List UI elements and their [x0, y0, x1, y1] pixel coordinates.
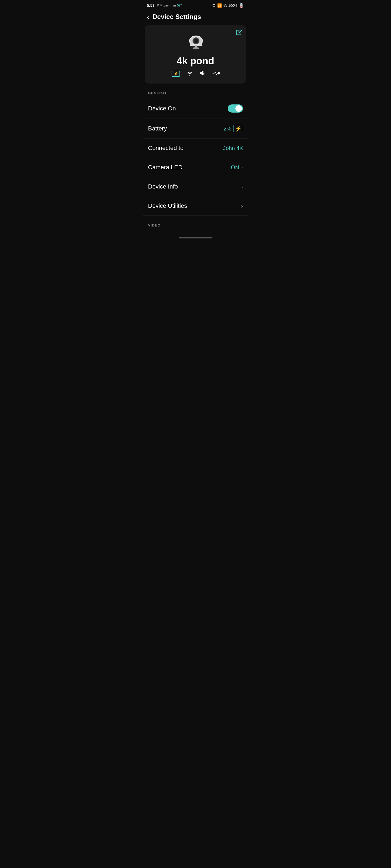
connected-to-label: Connected to — [148, 145, 184, 152]
device-info-chevron-icon: › — [241, 184, 243, 190]
device-on-right — [228, 104, 243, 113]
battery-icon: 🪫 — [239, 3, 244, 8]
status-time: 5:53 ✗ ⟳ pay m m 57° — [147, 3, 182, 8]
svg-text:arlo: arlo — [195, 45, 197, 46]
device-image: arlo — [182, 30, 209, 52]
motion-icon — [212, 70, 220, 77]
svg-line-13 — [215, 72, 216, 75]
connected-to-right: John 4K — [223, 145, 243, 151]
device-on-item[interactable]: Device On — [143, 98, 248, 119]
battery-charging-status-icon: ⚡ — [233, 125, 243, 132]
section-general-header: GENERAL — [143, 84, 248, 98]
device-utilities-label: Device Utilities — [148, 203, 187, 209]
back-button[interactable]: ‹ — [147, 13, 149, 20]
bluetooth-icon: ⯳ — [212, 3, 216, 8]
connected-to-value: John 4K — [223, 145, 243, 151]
battery-item: Battery 2% ⚡ — [143, 119, 248, 138]
signal-icon: ⅘ — [223, 3, 227, 8]
camera-led-value: ON — [231, 164, 239, 170]
speaker-icon — [200, 70, 205, 77]
device-on-toggle[interactable] — [228, 104, 243, 113]
bottom-indicator-area — [143, 233, 248, 243]
svg-point-5 — [195, 40, 196, 41]
page-header: ‹ Device Settings — [143, 10, 248, 25]
section-video-header: VIDEO — [143, 216, 248, 230]
battery-label: Battery — [148, 125, 167, 132]
camera-led-chevron-icon: › — [241, 164, 243, 170]
svg-line-14 — [216, 73, 217, 74]
camera-led-item[interactable]: Camera LED ON › — [143, 158, 248, 177]
device-utilities-chevron-icon: › — [241, 203, 243, 209]
battery-value: 2% — [223, 126, 231, 132]
camera-led-label: Camera LED — [148, 164, 183, 171]
device-status-icons: ⚡ — [172, 70, 220, 77]
wifi-status-icon — [187, 70, 193, 77]
device-info-item[interactable]: Device Info › — [143, 177, 248, 196]
device-on-label: Device On — [148, 105, 176, 112]
toggle-slider — [228, 104, 243, 113]
device-info-right: › — [241, 184, 243, 190]
wifi-icon: 📶 — [217, 3, 222, 8]
page-title: Device Settings — [152, 13, 201, 21]
status-right-icons: ⯳ 📶 ⅘ 100% 🪫 — [212, 3, 244, 8]
battery-right: 2% ⚡ — [223, 125, 243, 132]
svg-point-9 — [193, 47, 199, 49]
svg-point-15 — [218, 72, 220, 74]
status-bar: 5:53 ✗ ⟳ pay m m 57° ⯳ 📶 ⅘ 100% 🪫 — [143, 0, 248, 10]
device-utilities-item[interactable]: Device Utilities › — [143, 196, 248, 216]
device-card: arlo 4k pond ⚡ — [145, 25, 246, 84]
device-utilities-right: › — [241, 203, 243, 209]
battery-charging-icon: ⚡ — [172, 71, 180, 77]
edit-icon[interactable] — [236, 29, 242, 37]
settings-list: GENERAL Device On Battery 2% ⚡ Connected… — [143, 84, 248, 230]
device-name: 4k pond — [177, 55, 214, 67]
device-info-label: Device Info — [148, 183, 178, 190]
svg-marker-10 — [200, 71, 202, 76]
camera-led-right: ON › — [231, 164, 243, 170]
home-indicator — [179, 237, 212, 239]
connected-to-item: Connected to John 4K — [143, 138, 248, 158]
battery-percentage: 100% — [228, 3, 237, 8]
